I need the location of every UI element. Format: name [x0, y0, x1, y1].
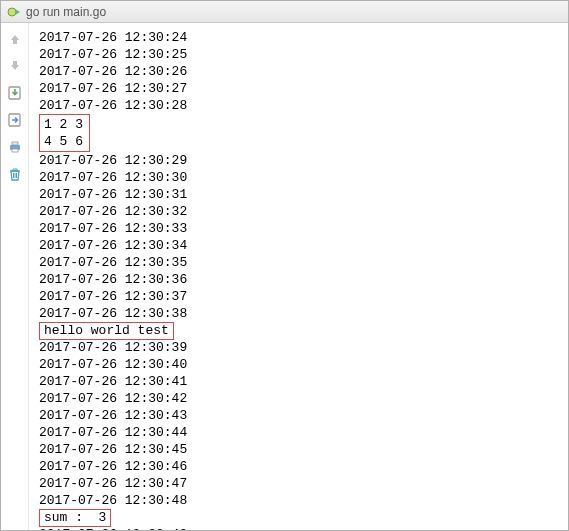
- svg-point-0: [8, 8, 16, 16]
- export-icon[interactable]: [5, 110, 25, 130]
- console-line: 2017-07-26 12:30:29: [39, 152, 568, 169]
- console-line: 2017-07-26 12:30:43: [39, 407, 568, 424]
- console-line: 2017-07-26 12:30:26: [39, 63, 568, 80]
- console-line: 2017-07-26 12:30:32: [39, 203, 568, 220]
- console-line: 2017-07-26 12:30:38: [39, 305, 568, 322]
- highlighted-output: sum : 3: [39, 509, 111, 527]
- console-line: 2017-07-26 12:30:45: [39, 441, 568, 458]
- console-line: 2017-07-26 12:30:36: [39, 271, 568, 288]
- console-line: 2017-07-26 12:30:44: [39, 424, 568, 441]
- console-line: 2017-07-26 12:30:48: [39, 492, 568, 509]
- console-line: sum : 3: [39, 509, 568, 526]
- console-output: 2017-07-26 12:30:242017-07-26 12:30:2520…: [29, 23, 568, 530]
- arrow-down-icon[interactable]: [5, 56, 25, 76]
- console-line: 2017-07-26 12:30:47: [39, 475, 568, 492]
- console-line: 2017-07-26 12:30:49: [39, 526, 568, 530]
- highlighted-output-row: 4 5 6: [44, 133, 83, 150]
- highlighted-output-block: 1 2 34 5 6: [39, 114, 90, 152]
- console-window: go run main.go: [0, 0, 569, 531]
- console-line: 2017-07-26 12:30:42: [39, 390, 568, 407]
- console-line: 2017-07-26 12:30:31: [39, 186, 568, 203]
- console-line: 2017-07-26 12:30:24: [39, 29, 568, 46]
- console-line: 2017-07-26 12:30:46: [39, 458, 568, 475]
- console-line: 1 2 34 5 6: [39, 114, 568, 152]
- console-line: 2017-07-26 12:30:40: [39, 356, 568, 373]
- svg-rect-5: [12, 142, 18, 145]
- highlighted-output: hello world test: [39, 322, 174, 340]
- go-run-icon: [7, 5, 21, 19]
- console-line: 2017-07-26 12:30:39: [39, 339, 568, 356]
- console-line: 2017-07-26 12:30:28: [39, 97, 568, 114]
- console-line: 2017-07-26 12:30:25: [39, 46, 568, 63]
- save-download-icon[interactable]: [5, 83, 25, 103]
- window-body: 2017-07-26 12:30:242017-07-26 12:30:2520…: [1, 23, 568, 530]
- highlighted-output-row: 1 2 3: [44, 116, 83, 133]
- console-line: 2017-07-26 12:30:35: [39, 254, 568, 271]
- console-line: 2017-07-26 12:30:30: [39, 169, 568, 186]
- title-text: go run main.go: [26, 5, 106, 19]
- console-line: 2017-07-26 12:30:34: [39, 237, 568, 254]
- print-icon[interactable]: [5, 137, 25, 157]
- console-line: 2017-07-26 12:30:41: [39, 373, 568, 390]
- titlebar: go run main.go: [1, 1, 568, 23]
- arrow-up-icon[interactable]: [5, 29, 25, 49]
- svg-marker-1: [15, 9, 20, 15]
- console-line: 2017-07-26 12:30:33: [39, 220, 568, 237]
- svg-rect-6: [12, 149, 18, 152]
- console-line: hello world test: [39, 322, 568, 339]
- trash-icon[interactable]: [5, 164, 25, 184]
- console-line: 2017-07-26 12:30:27: [39, 80, 568, 97]
- console-line: 2017-07-26 12:30:37: [39, 288, 568, 305]
- gutter: [1, 23, 29, 530]
